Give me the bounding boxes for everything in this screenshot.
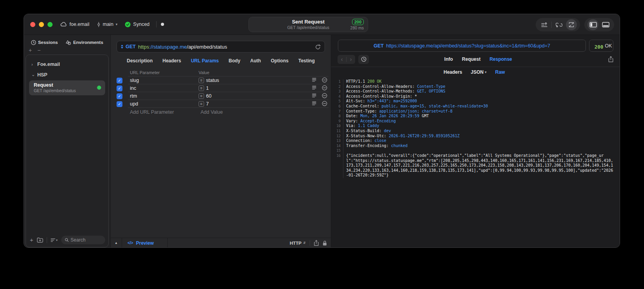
request-tab-headers[interactable]: Headers	[162, 58, 181, 64]
request-list-item-selected[interactable]: Request GET /api/embed/status	[29, 80, 105, 95]
param-value-input[interactable]: 60	[206, 93, 312, 99]
view-tab-label: Raw	[495, 69, 505, 75]
line-text: Connection: close	[343, 138, 620, 144]
expand-drawer-button[interactable]: ▲	[111, 238, 122, 248]
chevron-down-icon: ▾	[56, 238, 58, 242]
forward-button[interactable]: ›	[347, 55, 355, 64]
sent-request-status-pill[interactable]: Sent Request GET /api/embed/status 200 2…	[248, 17, 368, 32]
request-tab-description[interactable]: Description	[127, 58, 153, 64]
response-view-tab-raw[interactable]: Raw	[495, 69, 505, 75]
sidebar-search[interactable]	[61, 236, 105, 244]
search-input[interactable]	[71, 237, 102, 243]
param-notes-button[interactable]	[312, 85, 317, 91]
export-response-button[interactable]	[608, 56, 613, 62]
sync-branches-button[interactable]	[553, 19, 564, 30]
ssl-lock-button[interactable]	[323, 240, 327, 246]
response-body[interactable]: 1HTTP/1.1 200 OK2Access-Control-Allow-He…	[331, 77, 620, 178]
toggle-bottom-panel-button[interactable]	[600, 19, 611, 30]
param-checkbox[interactable]: ✓	[117, 101, 122, 107]
param-name-input[interactable]: slug	[130, 78, 199, 83]
request-tab-testing[interactable]: Testing	[298, 58, 315, 64]
response-status-text: OK	[605, 43, 612, 49]
response-view-tab-json[interactable]: JSON▾	[471, 69, 487, 75]
new-folder-icon[interactable]	[37, 237, 43, 243]
param-name-input[interactable]: inc	[130, 85, 199, 91]
param-notes-button[interactable]	[312, 93, 317, 99]
sync-status-label: Synced	[133, 22, 150, 27]
add-param-row[interactable]: Add URL Parameter Add Value	[111, 108, 331, 116]
param-checkbox[interactable]: ✓	[117, 78, 122, 84]
protocol-selector[interactable]: HTTP ⇵	[290, 241, 310, 245]
import-export-button[interactable]	[566, 19, 577, 30]
request-url-text[interactable]: https://statuspage.me/api/embed/status	[138, 44, 313, 50]
add-value-placeholder[interactable]: Add Value	[201, 109, 223, 115]
param-notes-button[interactable]	[312, 101, 317, 107]
param-value-input[interactable]: status	[206, 78, 312, 83]
param-remove-button[interactable]	[322, 93, 327, 100]
response-tabs: InfoRequestResponse	[444, 56, 512, 62]
param-name-input[interactable]: upd	[130, 101, 199, 107]
notes-icon	[312, 101, 317, 105]
param-remove-button[interactable]	[322, 85, 327, 92]
tab-sessions-label: Sessions	[38, 40, 58, 45]
project-menu[interactable]: foe.email	[58, 20, 92, 29]
close-window-button[interactable]	[30, 22, 35, 27]
notes-icon	[312, 78, 317, 82]
tab-environments[interactable]: Environments	[66, 40, 103, 45]
remove-session-button[interactable]: −	[37, 47, 40, 53]
request-url-bar[interactable]: GET https://statuspage.me/api/embed/stat…	[117, 41, 325, 53]
share-request-button[interactable]	[314, 240, 319, 246]
history-button[interactable]	[358, 55, 369, 64]
request-tab-options[interactable]: Options	[271, 58, 288, 64]
response-view-tab-headers[interactable]: Headers	[443, 69, 462, 75]
tree-group-hsp[interactable]: ⌄ HSP	[29, 69, 105, 80]
param-value-input[interactable]: 1	[206, 85, 312, 91]
chevron-down-icon: ▾	[116, 22, 118, 26]
response-line-3: 3Access-Control-Allow-Methods: GET, OPTI…	[335, 89, 620, 94]
sync-status[interactable]: Synced	[122, 20, 152, 29]
branch-selector[interactable]: main ▾	[95, 20, 120, 29]
equals-icon: =	[199, 85, 204, 91]
toggle-sidebar-button[interactable]	[587, 19, 598, 30]
tab-sessions[interactable]: Sessions	[31, 40, 58, 45]
zoom-window-button[interactable]	[47, 22, 53, 27]
tree-group-foe-email[interactable]: › Foe.email	[29, 59, 105, 69]
request-tabs: DescriptionHeadersURL ParamsBodyAuthOpti…	[111, 54, 331, 67]
method-label[interactable]: GET	[126, 44, 136, 49]
param-name-input[interactable]: rtm	[130, 93, 199, 99]
method-stepper-icon[interactable]	[121, 45, 123, 49]
add-session-button[interactable]: +	[29, 47, 32, 53]
response-tab-info[interactable]: Info	[444, 56, 453, 62]
sent-request-url-box[interactable]: GET https://statuspage.me/api/embed/stat…	[338, 40, 586, 52]
request-tab-body[interactable]: Body	[229, 58, 241, 64]
remove-row-icon	[322, 77, 327, 83]
cloud-icon	[60, 22, 67, 27]
param-remove-button[interactable]	[322, 101, 327, 107]
param-notes-button[interactable]	[312, 78, 317, 83]
notes-icon	[312, 85, 317, 90]
add-url-parameter-placeholder[interactable]: Add URL Parameter	[130, 109, 201, 115]
triangle-up-icon: ▲	[115, 241, 118, 245]
response-tab-response[interactable]: Response	[489, 56, 512, 62]
param-value-input[interactable]: 7	[206, 101, 312, 107]
request-tab-url-params[interactable]: URL Params	[191, 58, 219, 64]
add-request-button[interactable]: +	[30, 238, 33, 242]
minimize-window-button[interactable]	[39, 22, 44, 27]
resend-icon[interactable]	[315, 44, 321, 50]
line-number: 8	[335, 114, 343, 119]
sort-filter-button[interactable]: ▾	[51, 238, 58, 242]
param-checkbox[interactable]: ✓	[117, 85, 122, 91]
line-number: 5	[335, 99, 343, 104]
response-nav-row: ‹ › InfoRequestResponse	[331, 52, 620, 67]
line-number: 1	[335, 79, 343, 84]
request-list-order-button[interactable]	[539, 19, 550, 30]
line-number: 10	[335, 124, 343, 129]
request-tab-auth[interactable]: Auth	[250, 58, 261, 64]
lock-icon	[323, 240, 327, 246]
param-remove-button[interactable]	[322, 77, 327, 84]
preview-button[interactable]: </> Preview	[122, 238, 168, 248]
param-checkbox[interactable]: ✓	[117, 93, 122, 99]
line-number: 16	[335, 153, 343, 178]
response-tab-request[interactable]: Request	[462, 56, 480, 62]
back-button[interactable]: ‹	[338, 55, 346, 64]
